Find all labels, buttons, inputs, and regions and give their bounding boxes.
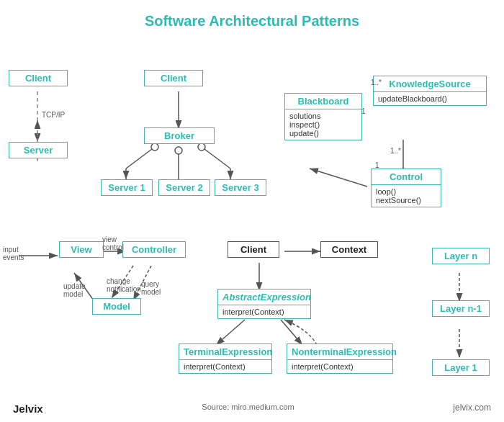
blackboard-box: Blackboard solutions inspect() update()	[284, 93, 362, 140]
svg-line-27	[216, 320, 245, 345]
svg-line-19	[310, 169, 367, 187]
update-model-label: update model	[63, 282, 86, 298]
terminal-expression-box: TerminalExpression interpret(Context)	[179, 344, 272, 374]
context-box: Context	[320, 241, 378, 258]
controller-box: Controller	[122, 241, 186, 258]
knowledge-source-box: KnowledgeSource updateBlackboard()	[373, 76, 487, 106]
layer-1-box: Layer 1	[432, 359, 490, 376]
view-box: View	[59, 241, 104, 258]
svg-line-8	[126, 147, 155, 169]
mult-11-label: 1..*	[390, 147, 401, 155]
svg-line-13	[202, 147, 230, 169]
broker-box: Broker	[144, 127, 215, 144]
nonterminal-expression-box: NonterminalExpression interpret(Context)	[287, 344, 393, 374]
footer-brand: Jelvix	[13, 403, 43, 415]
client-top-left-box: Client	[9, 70, 68, 86]
page-title: Software Architectural Patterns	[0, 0, 504, 35]
mult-1a-label: 1	[361, 107, 366, 115]
view-control-label: view control	[102, 235, 124, 251]
client-broker-box: Client	[144, 70, 203, 86]
tcp-ip-label: TCP/IP	[42, 111, 65, 119]
svg-point-12	[175, 147, 182, 154]
control-box: Control loop() nextSource()	[371, 169, 441, 207]
layer-n-box: Layer n	[432, 248, 490, 264]
server1-box: Server 1	[101, 179, 153, 196]
client-interp-box: Client	[228, 241, 279, 258]
layer-n1-box: Layer n-1	[432, 300, 490, 317]
abstract-expression-box: AbstractExpression interpret(Context)	[217, 289, 311, 319]
svg-point-9	[151, 143, 158, 151]
server-top-left-box: Server	[9, 142, 68, 158]
input-events-label: input events	[3, 246, 24, 261]
svg-line-28	[281, 320, 302, 345]
query-model-label: query model	[141, 280, 161, 296]
server2-box: Server 2	[158, 179, 210, 196]
mult-top-label: 1..*	[371, 78, 382, 86]
server3-box: Server 3	[215, 179, 266, 196]
change-notif-label: change notification	[107, 277, 141, 293]
footer-website: jelvix.com	[453, 403, 491, 415]
svg-point-14	[198, 143, 205, 151]
mult-1b-label: 1	[375, 161, 379, 169]
footer-source: Source: miro.medium.com	[202, 403, 294, 415]
model-box: Model	[92, 298, 141, 315]
